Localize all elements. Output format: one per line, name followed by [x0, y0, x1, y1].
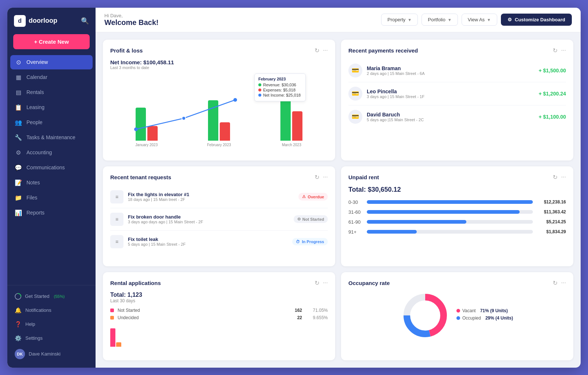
- avatar: 💳: [348, 64, 362, 77]
- view-as-dropdown[interactable]: View As ▼: [462, 14, 497, 26]
- communications-icon: 💬: [15, 164, 22, 171]
- status-badge: ⚠ Overdue: [298, 193, 328, 201]
- welcome-text: Welcome Back!: [104, 18, 158, 27]
- payment-info: David Baruch 5 days ago |15 Main Street …: [367, 112, 534, 122]
- request-info: Fix broken door handle 3 days ago days a…: [128, 214, 289, 224]
- card-header: Profit & loss ↻ ···: [110, 47, 328, 54]
- sidebar-item-label: Calendar: [26, 74, 47, 80]
- sidebar-item-overview[interactable]: ⊙ Overview: [10, 55, 93, 69]
- leasing-icon: 📋: [15, 104, 22, 111]
- create-new-button[interactable]: + Create New: [13, 34, 90, 49]
- tasks-icon: 🔧: [15, 134, 22, 141]
- card-title: Rental applications: [110, 280, 161, 286]
- more-icon[interactable]: ···: [561, 280, 566, 286]
- logo-icon: d: [14, 15, 26, 27]
- refresh-icon[interactable]: ↻: [553, 174, 557, 181]
- card-actions: ↻ ···: [553, 174, 566, 181]
- bar: [110, 328, 115, 347]
- calendar-icon: ▦: [15, 74, 22, 81]
- sidebar-item-communications[interactable]: 💬 Communications: [10, 161, 93, 175]
- payment-item: 💳 David Baruch 5 days ago |15 Main Stree…: [348, 105, 566, 128]
- sidebar-item-leasing[interactable]: 📋 Leasing: [10, 100, 93, 115]
- chart-group-jan: January 2023: [114, 86, 179, 147]
- sidebar-item-user[interactable]: DK Dave Kaminski: [10, 346, 93, 363]
- refresh-icon[interactable]: ↻: [315, 174, 319, 181]
- gear-icon: ⚙: [508, 17, 512, 22]
- legend-row: Occupied 29% (4 Units): [456, 315, 513, 321]
- card-title: Recent tenant requests: [110, 174, 171, 180]
- sidebar-item-reports[interactable]: 📊 Reports: [10, 206, 93, 220]
- card-header: Rental applications ↻ ···: [110, 280, 328, 286]
- sidebar-item-files[interactable]: 📁 Files: [10, 191, 93, 205]
- minus-icon: ⊖: [297, 217, 301, 221]
- rent-row: 0-30 $12,238.16: [348, 199, 566, 205]
- reports-icon: 📊: [15, 209, 22, 216]
- sidebar-item-accounting[interactable]: ⚙ Accounting: [10, 145, 93, 160]
- rent-row: 91+ $1,834.29: [348, 229, 566, 235]
- search-icon[interactable]: 🔍: [81, 17, 89, 25]
- sidebar-item-tasks[interactable]: 🔧 Tasks & Maintenance: [10, 130, 93, 145]
- occupancy-legend: Vacant 71% (9 Units) Occupied 29% (4 Uni…: [456, 308, 513, 323]
- chevron-down-icon: ▼: [487, 18, 491, 22]
- more-icon[interactable]: ···: [561, 174, 566, 180]
- user-name-label: Dave Kaminski: [29, 351, 61, 357]
- svg-point-2: [182, 116, 186, 120]
- more-icon[interactable]: ···: [561, 47, 566, 54]
- sidebar-item-settings[interactable]: ⚙️ Settings: [10, 332, 93, 345]
- dashboard-grid: Profit & loss ↻ ··· Net Income: $100,458…: [96, 32, 581, 368]
- status-badge: ⏱ In Progress: [292, 238, 328, 245]
- refresh-icon[interactable]: ↻: [315, 280, 319, 286]
- rent-bar-fill: [367, 220, 466, 224]
- unpaid-total: Total: $30,650.12: [348, 186, 566, 194]
- rent-bar-fill: [367, 210, 520, 214]
- sidebar-item-calendar[interactable]: ▦ Calendar: [10, 70, 93, 84]
- overview-icon: ⊙: [15, 59, 22, 66]
- card-title: Occupancy rate: [348, 280, 390, 286]
- bar-revenue-jan: [136, 108, 146, 141]
- status-badge: ⊖ Not Started: [294, 215, 328, 223]
- portfolio-dropdown[interactable]: Portfolio ▼: [422, 14, 458, 26]
- topbar: Hi Dave, Welcome Back! Property ▼ Portfo…: [96, 8, 581, 32]
- card-actions: ↻ ···: [553, 280, 566, 286]
- get-started-progress: (55%): [54, 294, 64, 299]
- help-icon: ❓: [15, 321, 22, 328]
- notifications-icon: 🔔: [15, 307, 22, 314]
- refresh-icon[interactable]: ↻: [553, 47, 557, 54]
- files-icon: 📁: [15, 194, 22, 201]
- request-item: ≡ Fix broken door handle 3 days ago days…: [110, 208, 328, 231]
- sidebar-item-label: Reports: [26, 210, 44, 216]
- sidebar-item-rentals[interactable]: ▤ Rentals: [10, 85, 93, 100]
- occupancy-rate-card: Occupancy rate ↻ ···: [341, 272, 573, 360]
- sidebar-item-help[interactable]: ❓ Help: [10, 318, 93, 331]
- request-item: ≡ Fix the lights in elevator #1 18 days …: [110, 186, 328, 208]
- card-header: Recent payments received ↻ ···: [348, 47, 566, 54]
- sidebar-item-get-started[interactable]: Get Started (55%): [10, 290, 93, 303]
- sidebar-item-people[interactable]: 👥 People: [10, 115, 93, 130]
- sidebar-item-label: People: [26, 119, 43, 125]
- nav-list: ⊙ Overview ▦ Calendar ▤ Rentals 📋 Leasin…: [7, 55, 96, 285]
- refresh-icon[interactable]: ↻: [553, 280, 557, 286]
- refresh-icon[interactable]: ↻: [315, 47, 319, 54]
- sidebar-item-label: Communications: [26, 165, 65, 170]
- topbar-actions: Property ▼ Portfolio ▼ View As ▼ ⚙ Custo…: [381, 14, 572, 26]
- rent-bar-bg: [367, 210, 533, 214]
- notes-icon: 📝: [15, 179, 22, 186]
- more-icon[interactable]: ···: [323, 280, 328, 286]
- more-icon[interactable]: ···: [323, 174, 328, 180]
- customize-dashboard-button[interactable]: ⚙ Customize Dashboard: [501, 14, 572, 26]
- more-icon[interactable]: ···: [323, 47, 328, 54]
- rent-bar-bg: [367, 220, 533, 224]
- request-info: Fix the lights in elevator #1 18 days ag…: [128, 192, 294, 202]
- app-row: Undecided 22 9.655%: [110, 315, 328, 320]
- property-dropdown[interactable]: Property ▼: [381, 14, 418, 26]
- chart-tooltip: February 2023 Revenue: $30,036 Expenses:…: [254, 73, 306, 101]
- alert-icon: ⚠: [302, 194, 306, 199]
- rent-bar-fill: [367, 200, 533, 204]
- sidebar-item-label: Rentals: [26, 89, 44, 95]
- profit-loss-card: Profit & loss ↻ ··· Net Income: $100,458…: [103, 40, 335, 161]
- donut-area: Vacant 71% (9 Units) Occupied 29% (4 Uni…: [348, 292, 566, 339]
- sidebar-item-notes[interactable]: 📝 Notes: [10, 176, 93, 190]
- sidebar-item-notifications[interactable]: 🔔 Notifications: [10, 304, 93, 317]
- card-actions: ↻ ···: [553, 47, 566, 54]
- legend-dot: [456, 316, 460, 320]
